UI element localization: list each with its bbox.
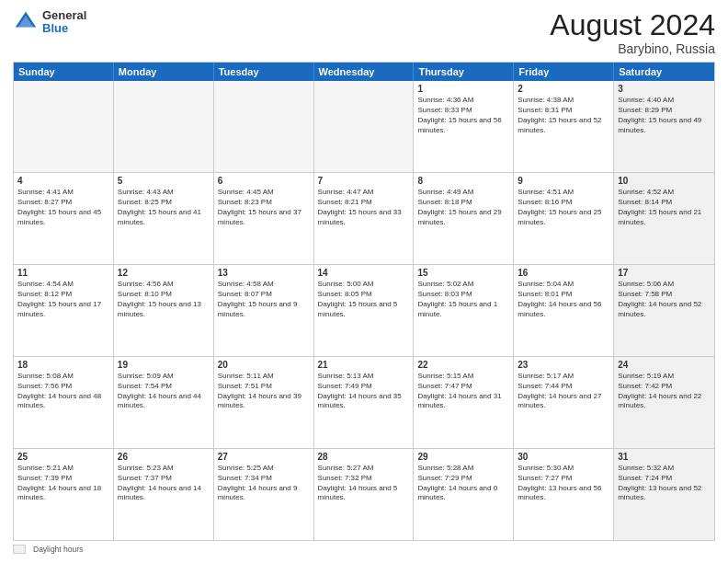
- cell-details: Sunrise: 5:23 AMSunset: 7:37 PMDaylight:…: [118, 464, 210, 503]
- day-number: 8: [417, 176, 509, 186]
- header: General Blue August 2024 Barybino, Russi…: [13, 9, 715, 56]
- calendar-cell: [314, 81, 415, 172]
- cell-details: Sunrise: 5:00 AMSunset: 8:05 PMDaylight:…: [318, 280, 410, 319]
- calendar-cell: 5Sunrise: 4:43 AMSunset: 8:25 PMDaylight…: [114, 173, 214, 264]
- calendar-week-row: 4Sunrise: 4:41 AMSunset: 8:27 PMDaylight…: [14, 172, 714, 264]
- day-number: 5: [118, 176, 210, 186]
- logo: General Blue: [13, 9, 86, 36]
- cell-details: Sunrise: 4:45 AMSunset: 8:23 PMDaylight:…: [218, 188, 310, 227]
- cell-details: Sunrise: 5:09 AMSunset: 7:54 PMDaylight:…: [118, 372, 210, 411]
- day-of-week-header: Friday: [514, 63, 614, 81]
- calendar-cell: 23Sunrise: 5:17 AMSunset: 7:44 PMDayligh…: [514, 357, 614, 448]
- logo-icon: [13, 9, 39, 35]
- day-number: 28: [318, 452, 410, 462]
- day-of-week-header: Sunday: [14, 63, 114, 81]
- day-of-week-header: Thursday: [414, 63, 514, 81]
- day-number: 12: [118, 268, 210, 278]
- cell-details: Sunrise: 5:06 AMSunset: 7:58 PMDaylight:…: [618, 280, 711, 319]
- cell-details: Sunrise: 4:36 AMSunset: 8:33 PMDaylight:…: [417, 96, 509, 135]
- cell-details: Sunrise: 5:30 AMSunset: 7:27 PMDaylight:…: [518, 464, 609, 503]
- cell-details: Sunrise: 4:52 AMSunset: 8:14 PMDaylight:…: [618, 188, 711, 227]
- day-number: 21: [318, 360, 410, 370]
- calendar-cell: 15Sunrise: 5:02 AMSunset: 8:03 PMDayligh…: [414, 265, 514, 356]
- calendar-cell: 1Sunrise: 4:36 AMSunset: 8:33 PMDaylight…: [414, 81, 514, 172]
- day-number: 6: [218, 176, 310, 186]
- footer: Daylight hours: [13, 545, 715, 554]
- cell-details: Sunrise: 4:58 AMSunset: 8:07 PMDaylight:…: [218, 280, 310, 319]
- calendar-cell: 17Sunrise: 5:06 AMSunset: 7:58 PMDayligh…: [614, 265, 714, 356]
- day-number: 26: [118, 452, 210, 462]
- cell-details: Sunrise: 5:28 AMSunset: 7:29 PMDaylight:…: [417, 464, 509, 503]
- day-number: 13: [218, 268, 310, 278]
- cell-details: Sunrise: 4:47 AMSunset: 8:21 PMDaylight:…: [318, 188, 410, 227]
- logo-blue: Blue: [42, 21, 68, 35]
- calendar-cell: 25Sunrise: 5:21 AMSunset: 7:39 PMDayligh…: [14, 449, 114, 540]
- calendar-cell: 7Sunrise: 4:47 AMSunset: 8:21 PMDaylight…: [314, 173, 415, 264]
- cell-details: Sunrise: 5:17 AMSunset: 7:44 PMDaylight:…: [518, 372, 609, 411]
- cell-details: Sunrise: 4:43 AMSunset: 8:25 PMDaylight:…: [118, 188, 210, 227]
- cell-details: Sunrise: 5:32 AMSunset: 7:24 PMDaylight:…: [618, 464, 711, 503]
- day-number: 30: [518, 452, 609, 462]
- calendar-cell: 13Sunrise: 4:58 AMSunset: 8:07 PMDayligh…: [214, 265, 314, 356]
- calendar-week-row: 11Sunrise: 4:54 AMSunset: 8:12 PMDayligh…: [14, 264, 714, 356]
- day-number: 16: [518, 268, 609, 278]
- cell-details: Sunrise: 5:02 AMSunset: 8:03 PMDaylight:…: [417, 280, 509, 319]
- day-number: 14: [318, 268, 410, 278]
- shaded-label: Daylight hours: [33, 545, 83, 554]
- calendar-cell: 16Sunrise: 5:04 AMSunset: 8:01 PMDayligh…: [514, 265, 614, 356]
- title-block: August 2024 Barybino, Russia: [550, 9, 715, 56]
- day-of-week-header: Wednesday: [314, 63, 415, 81]
- cell-details: Sunrise: 5:11 AMSunset: 7:51 PMDaylight:…: [218, 372, 310, 411]
- day-number: 17: [618, 268, 711, 278]
- calendar-cell: [214, 81, 314, 172]
- day-number: 20: [218, 360, 310, 370]
- calendar-week-row: 18Sunrise: 5:08 AMSunset: 7:56 PMDayligh…: [14, 356, 714, 448]
- calendar-cell: 14Sunrise: 5:00 AMSunset: 8:05 PMDayligh…: [314, 265, 415, 356]
- logo-text: General Blue: [42, 9, 86, 36]
- day-number: 23: [518, 360, 609, 370]
- day-number: 11: [17, 268, 109, 278]
- day-number: 18: [17, 360, 109, 370]
- calendar-cell: 2Sunrise: 4:38 AMSunset: 8:31 PMDaylight…: [514, 81, 614, 172]
- calendar-cell: 22Sunrise: 5:15 AMSunset: 7:47 PMDayligh…: [414, 357, 514, 448]
- day-number: 10: [618, 176, 711, 186]
- calendar-cell: 29Sunrise: 5:28 AMSunset: 7:29 PMDayligh…: [414, 449, 514, 540]
- calendar-cell: 12Sunrise: 4:56 AMSunset: 8:10 PMDayligh…: [114, 265, 214, 356]
- day-number: 31: [618, 452, 711, 462]
- cell-details: Sunrise: 5:25 AMSunset: 7:34 PMDaylight:…: [218, 464, 310, 503]
- day-number: 24: [618, 360, 711, 370]
- day-number: 1: [417, 84, 509, 94]
- day-number: 9: [518, 176, 609, 186]
- cell-details: Sunrise: 4:38 AMSunset: 8:31 PMDaylight:…: [518, 96, 609, 135]
- cell-details: Sunrise: 5:13 AMSunset: 7:49 PMDaylight:…: [318, 372, 410, 411]
- day-number: 2: [518, 84, 609, 94]
- cell-details: Sunrise: 4:41 AMSunset: 8:27 PMDaylight:…: [17, 188, 109, 227]
- calendar-cell: 27Sunrise: 5:25 AMSunset: 7:34 PMDayligh…: [214, 449, 314, 540]
- calendar-cell: 3Sunrise: 4:40 AMSunset: 8:29 PMDaylight…: [614, 81, 714, 172]
- calendar-cell: 24Sunrise: 5:19 AMSunset: 7:42 PMDayligh…: [614, 357, 714, 448]
- calendar-cell: 18Sunrise: 5:08 AMSunset: 7:56 PMDayligh…: [14, 357, 114, 448]
- cell-details: Sunrise: 5:19 AMSunset: 7:42 PMDaylight:…: [618, 372, 711, 411]
- calendar-cell: 28Sunrise: 5:27 AMSunset: 7:32 PMDayligh…: [314, 449, 415, 540]
- calendar-cell: 26Sunrise: 5:23 AMSunset: 7:37 PMDayligh…: [114, 449, 214, 540]
- day-number: 4: [17, 176, 109, 186]
- calendar-cell: 30Sunrise: 5:30 AMSunset: 7:27 PMDayligh…: [514, 449, 614, 540]
- cell-details: Sunrise: 4:49 AMSunset: 8:18 PMDaylight:…: [417, 188, 509, 227]
- calendar-cell: 10Sunrise: 4:52 AMSunset: 8:14 PMDayligh…: [614, 173, 714, 264]
- location: Barybino, Russia: [550, 41, 715, 56]
- day-number: 27: [218, 452, 310, 462]
- calendar-week-row: 25Sunrise: 5:21 AMSunset: 7:39 PMDayligh…: [14, 448, 714, 540]
- calendar-cell: 8Sunrise: 4:49 AMSunset: 8:18 PMDaylight…: [414, 173, 514, 264]
- cell-details: Sunrise: 4:40 AMSunset: 8:29 PMDaylight:…: [618, 96, 711, 135]
- day-number: 15: [417, 268, 509, 278]
- cell-details: Sunrise: 4:54 AMSunset: 8:12 PMDaylight:…: [17, 280, 109, 319]
- day-of-week-header: Monday: [114, 63, 214, 81]
- day-number: 3: [618, 84, 711, 94]
- page: General Blue August 2024 Barybino, Russi…: [0, 0, 728, 563]
- shaded-swatch: [13, 545, 26, 554]
- calendar-cell: 19Sunrise: 5:09 AMSunset: 7:54 PMDayligh…: [114, 357, 214, 448]
- day-of-week-header: Tuesday: [214, 63, 314, 81]
- calendar-cell: [14, 81, 114, 172]
- calendar-cell: [114, 81, 214, 172]
- cell-details: Sunrise: 5:04 AMSunset: 8:01 PMDaylight:…: [518, 280, 609, 319]
